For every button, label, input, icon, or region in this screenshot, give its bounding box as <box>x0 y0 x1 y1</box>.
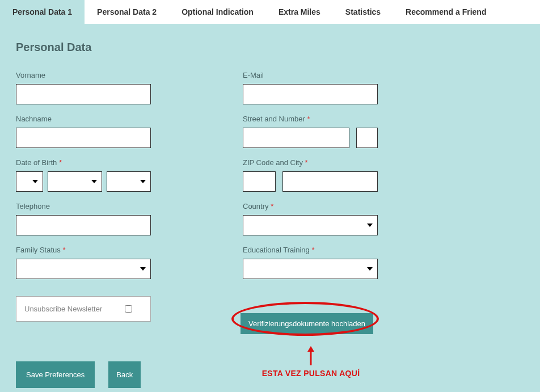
required-star: * <box>271 202 273 210</box>
required-star: * <box>305 158 308 167</box>
street-number-input[interactable] <box>356 128 378 148</box>
content-panel: Personal Data Vorname Nachname Date of B… <box>0 24 540 392</box>
vorname-input[interactable] <box>16 84 151 104</box>
street-label-text: Street and Number <box>243 115 305 123</box>
dob-day-select[interactable] <box>16 171 43 192</box>
zip-input[interactable] <box>243 171 276 192</box>
zip-label-text: ZIP Code and City <box>243 158 303 167</box>
tab-personal-data-2[interactable]: Personal Data 2 <box>85 0 169 24</box>
dob-year-select[interactable] <box>107 171 151 192</box>
tab-recommend-friend[interactable]: Recommend a Friend <box>393 0 499 24</box>
city-input[interactable] <box>282 171 378 192</box>
tab-statistics[interactable]: Statistics <box>333 0 393 24</box>
annotation-text: ESTA VEZ PULSAN AQUÍ <box>243 369 379 378</box>
newsletter-checkbox[interactable] <box>125 305 132 313</box>
required-star: * <box>307 115 310 123</box>
right-column: E-Mail Street and Number * ZIP Code and … <box>243 71 379 388</box>
country-label-text: Country <box>243 202 269 210</box>
family-status-label: Family Status * <box>16 246 152 254</box>
upload-area: Verifizierungsdokumente hochladen ESTA V… <box>243 307 379 342</box>
section-title: Personal Data <box>16 41 524 54</box>
dob-label: Date of Birth * <box>16 158 152 167</box>
street-input[interactable] <box>243 128 349 148</box>
street-label: Street and Number * <box>243 115 379 123</box>
education-label-text: Educational Training <box>243 246 310 254</box>
required-star: * <box>311 246 314 254</box>
email-label: E-Mail <box>243 71 379 79</box>
save-button[interactable]: Save Preferences <box>16 361 95 388</box>
annotation-arrow-group: ESTA VEZ PULSAN AQUÍ <box>243 346 379 378</box>
required-star: * <box>59 158 62 167</box>
left-column: Vorname Nachname Date of Birth * Telepho… <box>16 71 152 388</box>
back-button[interactable]: Back <box>108 361 141 388</box>
upload-documents-button[interactable]: Verifizierungsdokumente hochladen <box>241 313 373 334</box>
dob-label-text: Date of Birth <box>16 158 57 167</box>
country-label: Country * <box>243 202 379 210</box>
tab-extra-miles[interactable]: Extra Miles <box>266 0 333 24</box>
newsletter-box: Unsubscribe Newsletter <box>16 296 151 322</box>
dob-month-select[interactable] <box>48 171 102 192</box>
arrow-up-icon <box>305 346 317 365</box>
tabs-bar: Personal Data 1 Personal Data 2 Optional… <box>0 0 540 24</box>
country-select[interactable] <box>243 215 378 235</box>
required-star: * <box>62 246 65 254</box>
telephone-input[interactable] <box>16 215 151 235</box>
vorname-label: Vorname <box>16 71 152 79</box>
nachname-label: Nachname <box>16 115 152 123</box>
education-select[interactable] <box>243 259 378 279</box>
tab-personal-data-1[interactable]: Personal Data 1 <box>0 0 85 24</box>
telephone-label: Telephone <box>16 202 152 210</box>
zip-label: ZIP Code and City * <box>243 158 379 167</box>
tab-optional-indication[interactable]: Optional Indication <box>169 0 266 24</box>
family-status-label-text: Family Status <box>16 246 61 254</box>
education-label: Educational Training * <box>243 246 379 254</box>
family-status-select[interactable] <box>16 259 151 279</box>
nachname-input[interactable] <box>16 128 151 148</box>
svg-marker-1 <box>307 346 314 352</box>
newsletter-label: Unsubscribe Newsletter <box>24 305 102 313</box>
email-input[interactable] <box>243 84 378 104</box>
